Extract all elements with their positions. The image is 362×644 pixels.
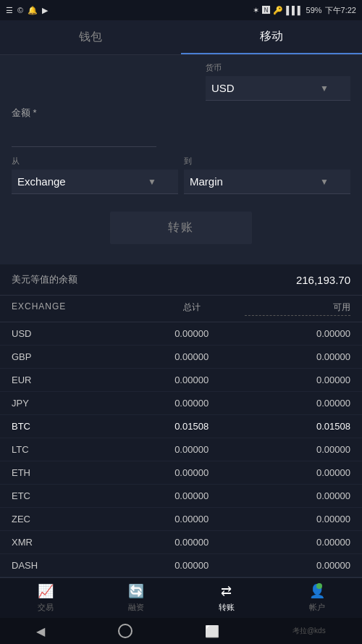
cell-currency: JPY <box>12 398 139 409</box>
app-icon: © <box>17 6 23 14</box>
nav-trade-label: 交易 <box>38 602 54 613</box>
from-select[interactable]: Exchange ▼ <box>12 170 178 194</box>
cell-available: 0.00000 <box>245 444 350 455</box>
cell-available: 0.00000 <box>245 560 350 571</box>
nav-fund[interactable]: 🔄 融资 <box>128 583 144 613</box>
chevron-down-icon: ▼ <box>320 177 329 187</box>
cell-available: 0.00000 <box>245 375 350 385</box>
cell-available: 0.00000 <box>245 514 350 524</box>
nav-fund-label: 融资 <box>128 602 144 613</box>
cell-available: 0.01508 <box>245 421 350 432</box>
to-select[interactable]: Margin ▼ <box>184 170 350 194</box>
top-tabs: 钱包 移动 <box>0 20 362 55</box>
table-row: LTC 0.00000 0.00000 <box>0 438 362 461</box>
balance-value: 216,193.70 <box>296 274 350 286</box>
cell-available: 0.00000 <box>245 537 350 548</box>
table-rows: USD 0.00000 0.00000 GBP 0.00000 0.00000 … <box>0 322 362 601</box>
cell-total: 0.00000 <box>139 351 245 362</box>
table-row: ETC 0.00000 0.00000 <box>0 485 362 508</box>
table-row: ETH 0.00000 0.00000 <box>0 461 362 485</box>
table-row: ZEC 0.00000 0.00000 <box>0 508 362 531</box>
cell-currency: LTC <box>12 444 139 455</box>
nav-transfer[interactable]: ⇄ 转账 <box>219 583 235 613</box>
notification-icon: 🔔 <box>28 6 38 15</box>
fund-icon: 🔄 <box>128 583 144 599</box>
chevron-down-icon: ▼ <box>148 177 156 187</box>
balance-label: 美元等值的余额 <box>12 273 77 286</box>
system-nav: ◀ ⬜ 考拉@kds <box>0 618 362 644</box>
cell-total: 0.00000 <box>139 328 245 339</box>
signal-icon: ▌▌▌ <box>286 6 303 14</box>
cell-currency: DASH <box>12 560 139 571</box>
currency-label: 货币 <box>206 62 350 73</box>
cell-total: 0.00000 <box>139 490 245 501</box>
status-right: ✶ 🅽 🔑 ▌▌▌ 59% 下午7:22 <box>253 5 356 16</box>
amount-label: 金额 * <box>12 106 350 120</box>
table-row: DASH 0.00000 0.00000 <box>0 554 362 577</box>
status-left-icons: ☰ © 🔔 ▶ <box>6 6 48 15</box>
nav-trade[interactable]: 📈 交易 <box>38 583 54 613</box>
nav-transfer-label: 转账 <box>219 602 235 613</box>
time-display: 下午7:22 <box>325 5 356 16</box>
from-to-row: 从 Exchange ▼ 到 Margin ▼ <box>12 156 350 194</box>
online-indicator <box>316 583 322 589</box>
cell-total: 0.00000 <box>139 398 245 409</box>
back-button[interactable]: ◀ <box>36 624 45 638</box>
table-row: GBP 0.00000 0.00000 <box>0 346 362 369</box>
transfer-button[interactable]: 转账 <box>110 212 252 244</box>
table-row: BTC 0.01508 0.01508 <box>0 415 362 438</box>
cell-currency: GBP <box>12 351 139 362</box>
tab-transfer[interactable]: 移动 <box>181 20 362 54</box>
from-label: 从 <box>12 156 178 167</box>
cell-total: 0.00000 <box>139 467 245 478</box>
recents-button[interactable]: ⬜ <box>205 624 219 638</box>
available-header: 可用 <box>245 301 350 316</box>
cell-available: 0.00000 <box>245 351 350 362</box>
chevron-down-icon: ▼ <box>320 83 329 93</box>
to-group: 到 Margin ▼ <box>184 156 350 194</box>
home-button[interactable] <box>118 624 132 638</box>
menu-icon: ☰ <box>6 6 13 15</box>
cell-total: 0.00000 <box>139 375 245 385</box>
cell-available: 0.00000 <box>245 398 350 409</box>
play-icon: ▶ <box>42 6 48 15</box>
cell-total: 0.00000 <box>139 537 245 548</box>
amount-input[interactable] <box>12 122 156 147</box>
tab-wallet[interactable]: 钱包 <box>0 20 181 54</box>
cell-total: 0.00000 <box>139 514 245 524</box>
key-icon: 🔑 <box>273 6 283 15</box>
transfer-btn-row: 转账 <box>12 206 350 253</box>
cell-available: 0.00000 <box>245 467 350 478</box>
from-value: Exchange <box>17 175 66 188</box>
currency-field-group: 货币 USD ▼ <box>206 62 350 101</box>
battery-value: 59% <box>306 6 322 14</box>
table-header: EXCHANGE 总计 可用 <box>0 296 362 322</box>
cell-currency: XMR <box>12 537 139 548</box>
nav-account[interactable]: 👤 帐户 <box>309 583 325 613</box>
cell-total: 0.01508 <box>139 421 245 432</box>
currency-value: USD <box>211 82 235 94</box>
cell-currency: ZEC <box>12 514 139 524</box>
nav-account-label: 帐户 <box>309 602 325 613</box>
bottom-nav: 📈 交易 🔄 融资 ⇄ 转账 👤 帐户 <box>0 577 362 618</box>
exchange-label: EXCHANGE <box>12 301 139 316</box>
cell-currency: ETC <box>12 490 139 501</box>
balance-section: 美元等值的余额 216,193.70 <box>0 264 362 296</box>
trade-icon: 📈 <box>38 583 54 599</box>
transfer-icon: ⇄ <box>221 583 232 599</box>
to-value: Margin <box>190 175 223 188</box>
cell-currency: EUR <box>12 375 139 385</box>
currency-select[interactable]: USD ▼ <box>206 76 350 101</box>
cell-currency: BTC <box>12 421 139 432</box>
status-bar: ☰ © 🔔 ▶ ✶ 🅽 🔑 ▌▌▌ 59% 下午7:22 <box>0 0 362 20</box>
cell-total: 0.00000 <box>139 444 245 455</box>
total-header: 总计 <box>139 301 245 316</box>
table-section: EXCHANGE 总计 可用 USD 0.00000 0.00000 GBP 0… <box>0 296 362 601</box>
cell-available: 0.00000 <box>245 490 350 501</box>
form-section: 货币 USD ▼ 金额 * 从 Exchange ▼ 到 Margin ▼ <box>0 55 362 264</box>
cell-total: 0.00000 <box>139 560 245 571</box>
nfc-icon: 🅽 <box>262 6 270 14</box>
table-row: EUR 0.00000 0.00000 <box>0 369 362 392</box>
watermark-label: 考拉@kds <box>292 626 326 636</box>
table-row: XMR 0.00000 0.00000 <box>0 531 362 554</box>
